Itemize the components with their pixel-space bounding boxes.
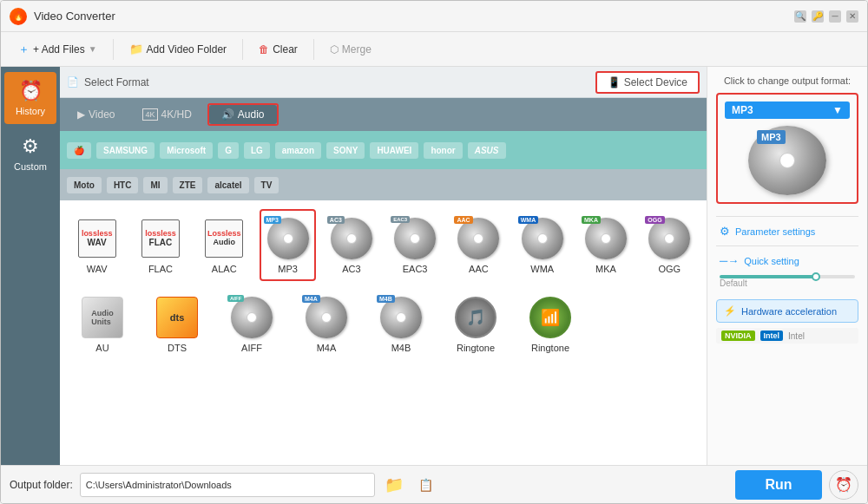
format-item-dts[interactable]: dts DTS — [143, 288, 211, 360]
brand-tv[interactable]: TV — [254, 177, 279, 193]
schedule-button[interactable]: ⏰ — [829, 470, 858, 500]
brand-mi[interactable]: MI — [143, 177, 167, 193]
browse-folder-button[interactable]: 📁 — [382, 473, 406, 497]
param-settings-button[interactable]: ⚙ Parameter settings — [716, 220, 858, 242]
brand-sony[interactable]: SONY — [326, 142, 365, 159]
aac-icon: AAC — [456, 216, 501, 261]
nvidia-label: NVIDIA — [725, 331, 752, 340]
ac3-icon: AC3 — [329, 216, 374, 261]
output-path-input[interactable] — [80, 473, 376, 497]
clear-button[interactable]: 🗑 Clear — [250, 39, 306, 60]
sidebar-history-label: History — [16, 106, 45, 116]
close-button[interactable]: ✕ — [846, 10, 858, 23]
format-item-aac[interactable]: AAC AAC — [450, 209, 507, 281]
tab-video[interactable]: ▶ Video — [65, 105, 127, 124]
intel-label: Intel — [764, 331, 780, 340]
copy-path-button[interactable]: 📋 — [413, 473, 437, 497]
brand-zte[interactable]: ZTE — [173, 177, 203, 193]
eac3-cd-center — [410, 233, 420, 244]
wma-label: WMA — [530, 264, 554, 274]
app-icon: 🔥 — [10, 8, 27, 25]
brand-htc[interactable]: HTC — [107, 177, 139, 193]
format-item-wma[interactable]: WMA WMA — [514, 209, 570, 281]
format-item-mp3[interactable]: MP3 MP3 — [260, 209, 316, 281]
wma-icon: WMA — [520, 216, 565, 261]
register-icon[interactable]: 🔑 — [812, 10, 824, 23]
format-item-ringtone-apple[interactable]: 🎵 Ringtone — [442, 288, 510, 360]
app-title: Video Converter — [34, 10, 794, 23]
mka-cd: MKA — [585, 218, 627, 259]
quality-slider[interactable] — [720, 275, 855, 278]
divider-1 — [716, 216, 858, 217]
au-label: AU — [95, 343, 108, 353]
brand-apple[interactable]: 🍎 — [67, 142, 91, 159]
brand-lg[interactable]: LG — [244, 142, 270, 159]
sidebar-custom-label: Custom — [14, 161, 47, 172]
clock-icon: ⏰ — [835, 476, 852, 493]
brand-amazon[interactable]: amazon — [275, 142, 321, 159]
tab-4k-hd[interactable]: 4K 4K/HD — [130, 105, 203, 124]
settings-icon: ⚙ — [720, 225, 730, 238]
4k-icon: 4K — [142, 108, 157, 121]
format-panel: 📄 Select Format 📱 Select Device ▶ Video … — [60, 67, 707, 465]
alac-badge: Lossless Audio — [205, 219, 243, 258]
quick-setting-button[interactable]: ─→ Quick setting — [716, 250, 858, 272]
format-item-wav[interactable]: lossless WAV WAV — [69, 209, 125, 281]
brand-honor[interactable]: honor — [424, 142, 462, 159]
add-files-label: + Add Files — [33, 43, 85, 56]
ac3-cd: AC3 — [331, 218, 372, 259]
sidebar-item-custom[interactable]: ⚙ Custom — [4, 128, 56, 180]
brand-huawei[interactable]: HUAWEI — [370, 142, 418, 159]
sidebar-item-history[interactable]: ⏰ History — [4, 72, 56, 124]
output-format-selector[interactable]: MP3 ▼ MP3 — [716, 93, 858, 204]
wav-badge: lossless WAV — [78, 219, 116, 258]
brand-alcatel[interactable]: alcatel — [207, 177, 248, 193]
output-title: Click to change output format: — [716, 75, 858, 86]
nvidia-row: NVIDIA Intel Intel — [716, 328, 858, 344]
select-device-button[interactable]: 📱 Select Device — [595, 71, 700, 94]
brand-google[interactable]: G — [218, 142, 239, 159]
clear-icon: 🗑 — [259, 43, 269, 56]
search-icon[interactable]: 🔍 — [794, 10, 806, 23]
format-item-mka[interactable]: MKA MKA — [577, 209, 634, 281]
intel-text: Intel — [788, 331, 805, 341]
format-item-ogg[interactable]: OGG OGG — [641, 209, 698, 281]
format-item-m4b[interactable]: M4B M4B — [367, 288, 435, 360]
add-video-folder-button[interactable]: 📁 Add Video Folder — [121, 38, 236, 60]
tab-audio[interactable]: 🔊 Audio — [209, 105, 277, 124]
video-tab-label: Video — [89, 108, 115, 121]
aiff-cd-center — [247, 312, 257, 323]
minimize-button[interactable]: ─ — [829, 10, 841, 23]
brand-asus[interactable]: ASUS — [468, 142, 506, 159]
eac3-icon: EAC3 — [392, 216, 437, 261]
wav-label: WAV — [87, 264, 108, 274]
format-item-ac3[interactable]: AC3 AC3 — [323, 209, 379, 281]
format-dropdown[interactable]: MP3 ▼ — [725, 101, 850, 119]
ringtone-android-label: Ringtone — [531, 343, 569, 353]
add-files-button[interactable]: ＋ + Add Files ▼ — [10, 37, 106, 62]
video-tab-icon: ▶ — [77, 108, 85, 121]
mp3-large-icon: MP3 — [748, 126, 826, 195]
brand-samsung[interactable]: SAMSUNG — [96, 142, 155, 159]
format-row-2: AudioUnits AU dts DTS — [69, 288, 698, 360]
format-item-alac[interactable]: Lossless Audio ALAC — [196, 209, 253, 281]
ac3-label: AC3 — [342, 264, 360, 274]
format-item-ringtone-android[interactable]: 📶 Ringtone — [516, 288, 584, 360]
au-text: AudioUnits — [91, 309, 114, 326]
main-area: ⏰ History ⚙ Custom 📄 Select Format 📱 Sel… — [1, 67, 867, 465]
ringtone-apple-icon: 🎵 — [453, 295, 498, 340]
merge-button[interactable]: ⬡ Merge — [321, 39, 380, 60]
mp3-cd: MP3 — [267, 218, 309, 259]
hardware-acceleration-button[interactable]: ⚡ Hardware acceleration — [716, 299, 858, 323]
brand-microsoft[interactable]: Microsoft — [160, 142, 213, 159]
toolbar-divider-1 — [113, 39, 114, 60]
format-item-au[interactable]: AudioUnits AU — [69, 288, 136, 360]
brand-motorola[interactable]: Moto — [67, 177, 102, 193]
merge-icon: ⬡ — [330, 43, 339, 56]
add-files-dropdown-arrow[interactable]: ▼ — [89, 44, 97, 54]
run-button[interactable]: Run — [735, 470, 822, 500]
format-item-eac3[interactable]: EAC3 EAC3 — [386, 209, 443, 281]
format-item-m4a[interactable]: M4A M4A — [293, 288, 360, 360]
format-item-flac[interactable]: lossless FLAC FLAC — [132, 209, 188, 281]
format-item-aiff[interactable]: AIFF AIFF — [218, 288, 286, 360]
